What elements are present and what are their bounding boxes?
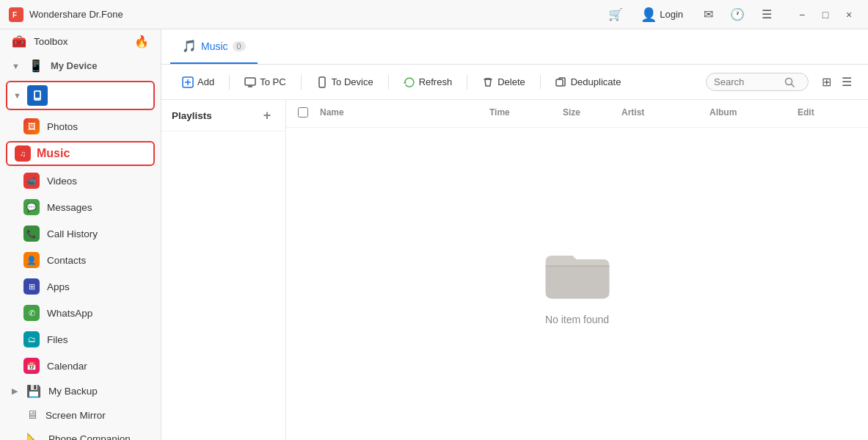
call-history-icon: 📞 [23, 226, 40, 242]
svg-line-13 [792, 84, 795, 87]
device-item-box[interactable]: ▼ [6, 81, 155, 110]
col-time: Time [489, 107, 563, 120]
col-checkbox [298, 107, 320, 120]
playlists-panel: Playlists + [161, 100, 286, 440]
col-size: Size [563, 107, 621, 120]
login-button[interactable]: 👤 Login [635, 4, 689, 26]
sidebar-item-photos[interactable]: 🖼 Photos [0, 113, 161, 140]
empty-state: No item found [286, 128, 868, 440]
add-button[interactable]: Add [173, 72, 223, 93]
my-device-label: My Device [51, 60, 98, 71]
add-playlist-button[interactable]: + [259, 107, 275, 123]
mail-icon[interactable]: ✉ [698, 4, 718, 25]
device-icon [27, 85, 48, 106]
sidebar-item-my-backup[interactable]: ▶ 💾 My Backup [0, 379, 161, 403]
list-view-button[interactable]: ☰ [837, 72, 856, 92]
refresh-button[interactable]: Refresh [395, 72, 462, 93]
to-pc-button[interactable]: To PC [236, 72, 294, 93]
apps-icon: ⊞ [23, 278, 40, 295]
photos-icon: 🖼 [23, 118, 40, 134]
svg-rect-10 [319, 77, 325, 87]
svg-text:F: F [12, 11, 17, 19]
sidebar-item-whatsapp[interactable]: ✆ WhatsApp [0, 300, 161, 326]
chevron-down-icon-device: ▼ [13, 91, 21, 100]
svg-rect-3 [35, 92, 40, 98]
history-icon[interactable]: 🕐 [727, 4, 748, 25]
col-edit: Edit [798, 107, 856, 120]
toolbar-divider-5 [540, 75, 541, 90]
calendar-icon: 📅 [23, 358, 40, 374]
flame-icon: 🔥 [134, 35, 149, 48]
view-toggle: ⊞ ☰ [817, 72, 856, 92]
toolbar-divider-1 [229, 75, 230, 90]
delete-button[interactable]: Delete [473, 72, 534, 93]
tab-bar: 🎵 Music 0 [161, 29, 868, 65]
table-header: Name Time Size Artist Album Edit [286, 100, 868, 128]
window-controls: − □ × [792, 4, 859, 25]
main-layout: 🧰 Toolbox 🔥 ▼ 📱 My Device ▼ 🖼 Photos [0, 29, 868, 440]
messages-icon: 💬 [23, 199, 40, 215]
search-icon [784, 77, 795, 87]
toolbar-divider-3 [388, 75, 389, 90]
music-icon: ♫ [15, 145, 31, 162]
sidebar-item-toolbox[interactable]: 🧰 Toolbox 🔥 [0, 29, 161, 54]
sidebar-item-messages[interactable]: 💬 Messages [0, 194, 161, 220]
minimize-button[interactable]: − [792, 4, 812, 25]
cart-icon[interactable]: 🛒 [605, 4, 626, 25]
tab-music[interactable]: 🎵 Music 0 [170, 29, 258, 64]
sidebar-item-screen-mirror[interactable]: 🖥 Screen Mirror [0, 403, 161, 427]
sidebar-item-contacts[interactable]: 👤 Contacts [0, 247, 161, 273]
col-album: Album [710, 107, 798, 120]
search-box [706, 73, 809, 91]
chevron-right-icon-backup: ▶ [12, 386, 18, 396]
empty-folder-icon [541, 243, 614, 302]
grid-view-button[interactable]: ⊞ [817, 72, 836, 92]
select-all-checkbox[interactable] [298, 107, 308, 118]
toolbar: Add To PC To Device Refresh Delete [161, 65, 868, 100]
sidebar-item-call-history[interactable]: 📞 Call History [0, 220, 161, 247]
chevron-down-icon: ▼ [12, 62, 20, 71]
contacts-icon: 👤 [23, 252, 40, 268]
sidebar-item-videos[interactable]: 📹 Videos [0, 167, 161, 194]
app-title: Wondershare Dr.Fone [29, 9, 605, 20]
sidebar-item-music[interactable]: ♫ Music [6, 141, 155, 166]
panels-row: Playlists + Name Time Size Artist Album … [161, 100, 868, 440]
svg-rect-7 [245, 78, 255, 85]
sidebar-item-phone-companion[interactable]: 📐 Phone Companion [0, 427, 161, 440]
to-device-button[interactable]: To Device [307, 72, 382, 93]
whatsapp-icon: ✆ [23, 305, 40, 321]
search-input[interactable] [714, 76, 780, 87]
title-bar: F Wondershare Dr.Fone 🛒 👤 Login ✉ 🕐 ☰ − … [0, 0, 868, 29]
sidebar: 🧰 Toolbox 🔥 ▼ 📱 My Device ▼ 🖼 Photos [0, 29, 161, 440]
files-icon: 🗂 [23, 331, 40, 347]
videos-icon: 📹 [23, 173, 40, 189]
col-artist: Artist [621, 107, 710, 120]
app-logo: F [9, 7, 23, 22]
sidebar-item-my-device[interactable]: ▼ 📱 My Device [0, 54, 161, 78]
toolbar-divider-4 [467, 75, 467, 90]
playlists-header: Playlists + [161, 100, 285, 131]
tab-badge-music: 0 [233, 41, 246, 51]
sidebar-item-files[interactable]: 🗂 Files [0, 326, 161, 353]
toolbar-divider-2 [301, 75, 302, 90]
titlebar-actions: 🛒 👤 Login ✉ 🕐 ☰ − □ × [605, 4, 859, 26]
music-content: Name Time Size Artist Album Edit [286, 100, 868, 440]
sidebar-item-apps[interactable]: ⊞ Apps [0, 273, 161, 300]
close-button[interactable]: × [839, 4, 859, 25]
sidebar-item-calendar[interactable]: 📅 Calendar [0, 353, 161, 379]
col-name: Name [320, 107, 489, 120]
svg-rect-11 [556, 79, 563, 86]
maximize-button[interactable]: □ [815, 4, 836, 25]
content-area: 🎵 Music 0 Add To PC To Device [161, 29, 868, 440]
deduplicate-button[interactable]: Deduplicate [547, 72, 630, 93]
menu-icon[interactable]: ☰ [756, 4, 777, 25]
toolbox-label: Toolbox [34, 36, 68, 47]
my-backup-label: My Backup [48, 386, 98, 397]
empty-text: No item found [545, 314, 609, 325]
